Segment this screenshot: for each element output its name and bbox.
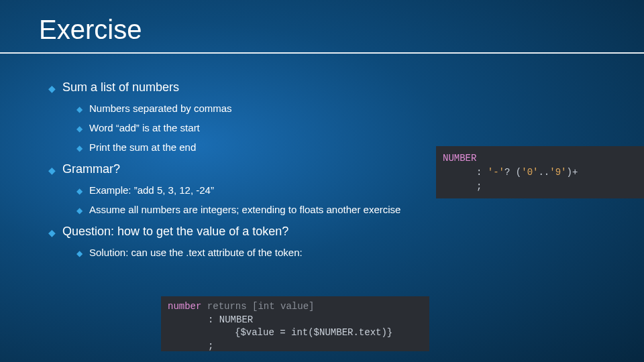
bullet-text: Sum a list of numbers [62,80,179,95]
code-block-grammar: NUMBER : '-'? ('0'..'9')+ ; [436,146,644,198]
diamond-icon: ◆ [76,105,83,114]
bullet-text: Solution: can use the .text attribute of… [89,247,303,258]
title-underline [0,52,644,54]
code-token: )+ [567,167,578,178]
bullet-text: Word “add” is at the start [89,122,200,133]
code-line: ; [443,180,637,194]
code-token: .. [538,167,549,178]
bullet-l2: ◆ Word “add” is at the start [76,122,631,133]
code-token: ? ( [504,167,521,178]
bullet-text: Grammar? [62,162,120,176]
code-token: '0' [521,167,538,178]
code-block-rule: number returns [int value] : NUMBER {$va… [161,296,429,351]
code-token: number [168,301,201,312]
diamond-icon: ◆ [76,206,83,215]
code-token: ; [208,341,213,351]
code-token: : NUMBER [208,314,253,325]
bullet-text: Question: how to get the value of a toke… [62,225,288,239]
code-line: NUMBER [443,152,637,166]
code-line: ; [168,340,423,353]
code-line: number returns [int value] [168,300,423,314]
code-token: returns [int value] [201,301,314,312]
code-token: '-' [488,167,504,178]
bullet-text: Print the sum at the end [89,141,196,153]
code-line: {$value = int($NUMBER.text)} [168,326,423,340]
code-token: NUMBER [443,153,476,164]
diamond-icon: ◆ [76,124,83,133]
diamond-icon: ◆ [76,143,83,153]
code-token: ; [476,181,482,192]
bullet-l2: ◆ Solution: can use the .text attribute … [76,247,631,258]
code-token: '9' [549,167,566,178]
code-token: {$value = int($NUMBER.text)} [235,327,392,338]
diamond-icon: ◆ [48,227,56,238]
bullet-l1: ◆ Question: how to get the value of a to… [48,225,631,239]
bullet-l1: ◆ Sum a list of numbers [48,80,631,95]
diamond-icon: ◆ [48,165,56,176]
bullet-text: Example: ”add 5, 3, 12, -24” [89,184,214,196]
diamond-icon: ◆ [48,83,56,94]
bullet-text: Assume all numbers are integers; extendi… [89,204,400,215]
code-line: : '-'? ('0'..'9')+ [443,166,637,180]
code-token: : [476,167,488,178]
code-line: : NUMBER [168,314,423,327]
bullet-l2: ◆ Assume all numbers are integers; exten… [76,204,631,215]
diamond-icon: ◆ [76,249,83,258]
slide-title: Exercise [39,15,142,45]
diamond-icon: ◆ [76,186,83,196]
bullet-l2: ◆ Numbers separated by commas [76,103,631,114]
bullet-text: Numbers separated by commas [89,103,232,114]
